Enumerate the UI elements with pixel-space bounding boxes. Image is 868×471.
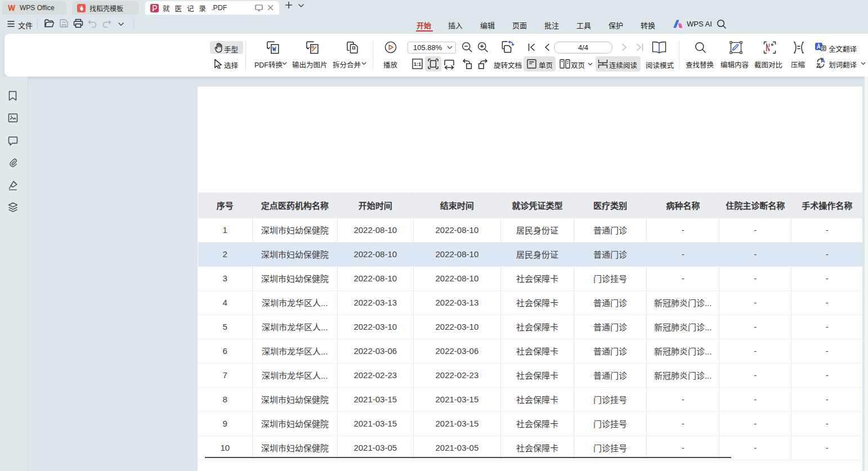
svg-text:1:1: 1:1 <box>414 61 422 67</box>
